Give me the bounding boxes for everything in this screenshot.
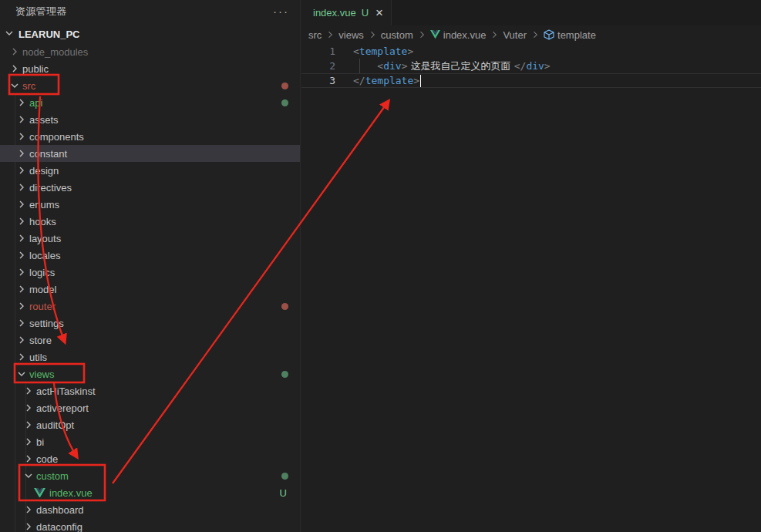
tree-item-label: router xyxy=(29,301,56,312)
breadcrumb-item-src[interactable]: src xyxy=(308,29,322,41)
tree-item-label: api xyxy=(29,97,42,109)
tree-item-label: directives xyxy=(29,182,72,194)
tree-item-node_modules[interactable]: node_modules xyxy=(0,43,300,60)
tree-item-api[interactable]: api xyxy=(0,94,300,111)
tab-file-name: index.vue xyxy=(313,7,356,19)
tree-item-label: activereport xyxy=(36,402,89,414)
git-status-dot xyxy=(281,82,288,89)
line-number: 3 xyxy=(301,75,335,86)
git-decoration xyxy=(281,303,300,310)
chevron-right-icon xyxy=(15,147,28,160)
breadcrumb-label: src xyxy=(308,29,322,41)
tree-item-label: design xyxy=(29,165,59,177)
tree-item-label: utils xyxy=(29,352,47,363)
tree-item-design[interactable]: design xyxy=(0,162,300,179)
code-line-content: <div> 这是我自己定义的页面 </div> xyxy=(335,59,551,73)
tree-item-components[interactable]: components xyxy=(0,128,300,145)
tree-item-label: constant xyxy=(29,148,67,160)
breadcrumb-item-template[interactable]: template xyxy=(544,29,596,41)
tree-item-store[interactable]: store xyxy=(0,332,300,348)
tree-item-label: settings xyxy=(29,318,64,329)
chevron-right-icon xyxy=(22,453,35,465)
tree-item-dashboard[interactable]: dashboard xyxy=(0,501,300,518)
tree-item-custom[interactable]: custom xyxy=(0,467,300,484)
code-token: < xyxy=(353,45,359,57)
code-line-2: 2 <div> 这是我自己定义的页面 </div> xyxy=(301,59,761,73)
tree-item-label: hooks xyxy=(29,216,56,227)
vscode-window: 资源管理器 ··· LEARUN_PC node_modulespublicsr… xyxy=(0,0,761,532)
chevron-right-icon xyxy=(15,198,28,210)
tree-item-code[interactable]: code xyxy=(0,450,300,467)
code-token: > xyxy=(413,75,419,86)
tree-item-constant[interactable]: constant xyxy=(0,145,300,162)
chevron-right-icon xyxy=(15,130,28,143)
tree-item-src[interactable]: src xyxy=(0,77,300,94)
breadcrumb-item-views[interactable]: views xyxy=(338,29,364,41)
tree-item-index.vue[interactable]: index.vueU xyxy=(0,484,300,501)
tree-item-layouts[interactable]: layouts xyxy=(0,230,300,247)
tree-item-label: dashboard xyxy=(36,504,83,516)
chevron-right-icon xyxy=(15,300,28,312)
chevron-right-icon xyxy=(15,249,28,261)
chevron-right-icon xyxy=(15,215,28,227)
more-actions-icon[interactable]: ··· xyxy=(273,8,289,15)
code-token: div xyxy=(526,60,544,72)
git-decoration: U xyxy=(280,487,300,499)
chevron-right-icon xyxy=(22,436,35,448)
breadcrumb-item-Vuter[interactable]: Vuter xyxy=(503,29,527,41)
breadcrumb-label: Vuter xyxy=(503,29,527,41)
chevron-right-icon xyxy=(22,402,35,414)
git-status-dot xyxy=(281,303,288,310)
breadcrumb-separator-icon xyxy=(530,30,540,39)
code-line-content: <template> xyxy=(335,45,413,57)
tree-item-label: model xyxy=(29,284,56,295)
tree-item-utils[interactable]: utils xyxy=(0,348,300,365)
chevron-right-icon xyxy=(15,232,28,244)
tree-item-label: src xyxy=(22,80,35,92)
breadcrumb-label: index.vue xyxy=(443,29,487,41)
tree-item-assets[interactable]: assets xyxy=(0,111,300,128)
tree-item-label: custom xyxy=(36,470,69,482)
code-token: 这是我自己定义的页面 xyxy=(407,59,514,73)
close-icon[interactable]: × xyxy=(375,8,383,19)
code-token: </ xyxy=(353,75,365,86)
git-status-dot xyxy=(281,371,288,378)
tree-item-bi[interactable]: bi xyxy=(0,433,300,450)
code-token: < xyxy=(377,60,383,72)
code-editor[interactable]: 1<template>2 <div> 这是我自己定义的页面 </div>3</t… xyxy=(301,44,761,532)
chevron-right-icon xyxy=(15,113,28,126)
tree-item-label: code xyxy=(36,453,58,465)
tree-item-enums[interactable]: enums xyxy=(0,196,300,213)
git-decoration xyxy=(281,371,300,378)
tree-item-locales[interactable]: locales xyxy=(0,247,300,264)
text-cursor xyxy=(420,75,422,87)
tree-item-activereport[interactable]: activereport xyxy=(0,399,300,416)
breadcrumb-separator-icon xyxy=(417,30,426,39)
tree-item-router[interactable]: router xyxy=(0,298,300,315)
chevron-right-icon xyxy=(15,266,28,278)
tab-index-vue[interactable]: index.vue U × xyxy=(301,0,392,25)
tree-item-directives[interactable]: directives xyxy=(0,179,300,196)
breadcrumb-item-custom[interactable]: custom xyxy=(381,29,413,41)
breadcrumb-item-index.vue[interactable]: index.vue xyxy=(430,29,487,41)
explorer-header: 资源管理器 ··· xyxy=(0,0,300,23)
tree-item-dataconfig[interactable]: dataconfig xyxy=(0,518,300,532)
tree-item-label: logics xyxy=(29,267,55,278)
tree-item-hooks[interactable]: hooks xyxy=(0,213,300,230)
tree-item-views[interactable]: views xyxy=(0,365,300,382)
tree-item-settings[interactable]: settings xyxy=(0,315,300,332)
tree-item-auditOpt[interactable]: auditOpt xyxy=(0,416,300,433)
tree-item-label: actHiTaskinst xyxy=(36,386,96,397)
tree-item-logics[interactable]: logics xyxy=(0,264,300,281)
chevron-right-icon xyxy=(8,45,21,58)
chevron-right-icon xyxy=(15,334,28,346)
explorer-sidebar: 资源管理器 ··· LEARUN_PC node_modulespublicsr… xyxy=(0,0,301,532)
workspace-header[interactable]: LEARUN_PC xyxy=(0,25,300,43)
tree-item-model[interactable]: model xyxy=(0,281,300,298)
chevron-right-icon xyxy=(15,96,28,109)
tree-item-actHiTaskinst[interactable]: actHiTaskinst xyxy=(0,382,300,399)
code-token: template xyxy=(359,45,408,57)
git-decoration xyxy=(281,99,300,106)
tree-item-label: assets xyxy=(29,114,59,126)
tree-item-public[interactable]: public xyxy=(0,60,300,77)
